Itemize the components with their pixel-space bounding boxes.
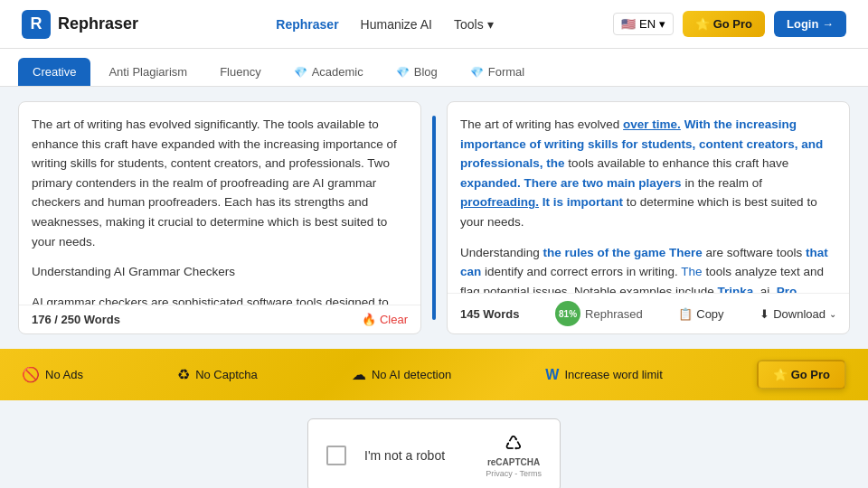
captcha-checkbox[interactable]: [326, 446, 346, 465]
clear-button[interactable]: 🔥 Clear: [362, 313, 408, 326]
rephrased-badge: 81% Rephrased: [555, 301, 643, 326]
language-label: EN: [639, 17, 656, 31]
nav-tools[interactable]: Tools ▾: [454, 17, 494, 32]
tab-formal[interactable]: 💎 Formal: [456, 58, 539, 86]
tab-creative[interactable]: Creative: [18, 58, 90, 86]
download-button[interactable]: ⬇ Download ⌄: [760, 307, 836, 321]
rephrased-percent-badge: 81%: [555, 301, 580, 326]
right-panel-body: The art of writing has evolved over time…: [448, 102, 849, 293]
nav-tools-label: Tools: [454, 17, 484, 32]
header-right: 🇺🇸 EN ▾ ⭐ Go Pro Login →: [613, 11, 846, 37]
copy-button[interactable]: 📋 Copy: [678, 307, 723, 321]
recaptcha-brand: reCAPTCHA: [487, 457, 540, 467]
highlight-expanded: expanded.: [460, 176, 521, 190]
highlight-proofreading: proofreading.: [460, 195, 539, 209]
promo-no-ads: 🚫 No Ads: [22, 366, 83, 383]
blog-diamond-icon: 💎: [396, 66, 410, 79]
left-panel-footer: 176 / 250 Words 🔥 Clear: [19, 305, 420, 333]
no-ai-icon: ☁: [352, 366, 366, 383]
captcha-links: Privacy - Terms: [486, 469, 542, 478]
recaptcha-icon: ♺: [505, 432, 523, 455]
left-text-p3: AI grammar checkers are sophisticated so…: [32, 293, 408, 305]
tools-arrow-icon: ▾: [487, 17, 494, 32]
highlight-rules: the rules of the game There: [543, 246, 703, 259]
language-selector[interactable]: 🇺🇸 EN ▾: [613, 13, 674, 35]
no-ads-icon: 🚫: [22, 366, 40, 383]
header: R Rephraser Rephraser Humanize AI Tools …: [0, 0, 868, 49]
captcha-area: I'm not a robot ♺ reCAPTCHA Privacy - Te…: [0, 400, 868, 488]
left-text-panel: The art of writing has evolved significa…: [18, 101, 421, 334]
right-text-p1: The art of writing has evolved over time…: [460, 115, 836, 232]
right-text-p2: Understanding the rules of the game Ther…: [460, 243, 836, 293]
tabs-bar: Creative Anti Plagiarism Fluency 💎 Acade…: [0, 49, 868, 87]
captcha-label: I'm not a robot: [364, 448, 467, 463]
nav-rephraser[interactable]: Rephraser: [276, 17, 338, 32]
clear-fire-icon: 🔥: [362, 313, 376, 326]
main-content: The art of writing has evolved significa…: [0, 87, 868, 349]
highlight-two-main: There are two main players: [524, 176, 682, 190]
tab-anti-plagiarism[interactable]: Anti Plagiarism: [94, 58, 202, 86]
language-arrow-icon: ▾: [659, 17, 665, 31]
left-panel-body[interactable]: The art of writing has evolved significa…: [19, 102, 420, 305]
tab-fluency[interactable]: Fluency: [205, 58, 276, 86]
left-text-p1: The art of writing has evolved significa…: [32, 115, 408, 251]
promo-banner: 🚫 No Ads ♻ No Captcha ☁ No AI detection …: [0, 349, 868, 400]
logo-text: Rephraser: [58, 14, 138, 33]
right-text-panel: The art of writing has evolved over time…: [447, 101, 850, 334]
no-captcha-icon: ♻: [177, 366, 190, 383]
word-limit-icon: W: [545, 367, 559, 383]
promo-no-captcha: ♻ No Captcha: [177, 366, 258, 383]
go-pro-button[interactable]: ⭐ Go Pro: [683, 11, 765, 37]
highlight-over-time: over time.: [623, 117, 681, 131]
flag-icon: 🇺🇸: [621, 17, 636, 31]
highlight-trinka: Trinka.: [717, 285, 757, 293]
captcha-logo-area: ♺ reCAPTCHA Privacy - Terms: [486, 432, 542, 478]
go-pro-banner-button[interactable]: ⭐ Go Pro: [757, 360, 846, 389]
copy-icon: 📋: [678, 307, 693, 321]
formal-diamond-icon: 💎: [470, 66, 484, 79]
download-chevron-icon: ⌄: [829, 309, 836, 319]
tab-blog[interactable]: 💎 Blog: [382, 58, 452, 86]
word-count-left: 176 / 250 Words: [32, 313, 120, 326]
tab-academic[interactable]: 💎 Academic: [279, 58, 378, 86]
promo-no-ai-detection: ☁ No AI detection: [352, 366, 451, 383]
captcha-box: I'm not a robot ♺ reCAPTCHA Privacy - Te…: [307, 418, 561, 488]
promo-word-limit: W Increase word limit: [545, 367, 662, 383]
highlight-the: The: [681, 265, 702, 278]
main-nav: Rephraser Humanize AI Tools ▾: [175, 17, 595, 32]
highlight-important: It is important: [542, 195, 623, 209]
logo-icon: R: [22, 10, 51, 39]
login-button[interactable]: Login →: [774, 11, 846, 37]
right-panel-footer: 145 Words 81% Rephrased 📋 Copy ⬇ Downloa…: [448, 293, 849, 333]
panel-divider: [432, 116, 436, 320]
download-icon: ⬇: [760, 307, 769, 321]
logo-area: R Rephraser: [22, 10, 138, 39]
rephrased-label: Rephrased: [585, 307, 643, 321]
word-count-right: 145 Words: [460, 307, 520, 321]
left-text-p2: Understanding AI Grammar Checkers: [32, 262, 408, 282]
nav-humanize-ai[interactable]: Humanize AI: [361, 17, 432, 32]
academic-diamond-icon: 💎: [294, 66, 307, 79]
